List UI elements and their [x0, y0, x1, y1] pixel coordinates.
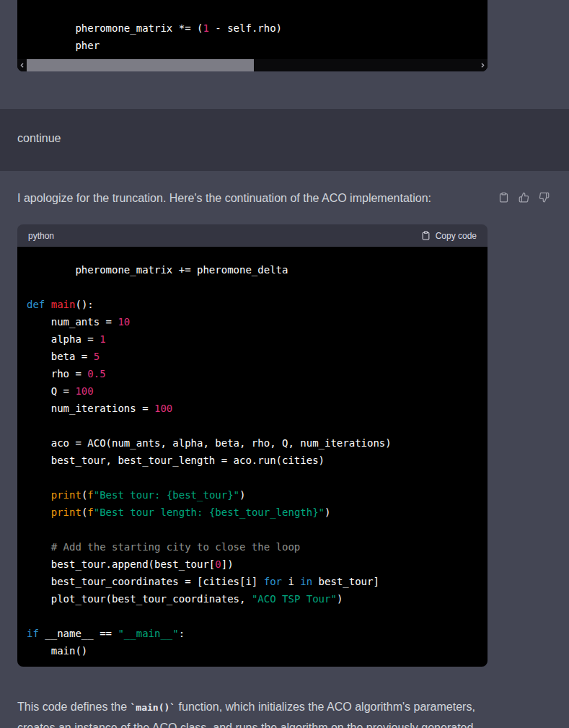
- horizontal-scrollbar[interactable]: [17, 59, 488, 71]
- scroll-left-button[interactable]: [17, 59, 27, 71]
- inline-code: `main()`: [131, 702, 176, 713]
- code-block: python Copy code pheromone_matrix += phe…: [17, 224, 488, 667]
- copy-icon: [498, 192, 509, 203]
- code-content-previous: pheromone_matrix *= (1 - self.rho) pher: [17, 0, 488, 54]
- thumbs-up-icon: [519, 192, 529, 203]
- code-header: python Copy code: [17, 224, 488, 247]
- assistant-intro-text: I apologize for the truncation. Here's t…: [17, 188, 490, 209]
- assistant-message-previous: pheromone_matrix *= (1 - self.rho) pher: [0, 0, 569, 109]
- thumbs-up-button[interactable]: [519, 192, 529, 203]
- user-message-text: continue: [17, 131, 552, 145]
- thumbs-down-icon: [539, 192, 550, 203]
- chevron-right-icon: [480, 62, 486, 69]
- code-content: pheromone_matrix += pheromone_delta def …: [17, 247, 488, 667]
- user-message: continue: [0, 109, 569, 171]
- thumbs-down-button[interactable]: [539, 192, 550, 203]
- code-language-label: python: [28, 231, 54, 241]
- chevron-left-icon: [19, 62, 25, 69]
- scrollbar-track[interactable]: [27, 59, 478, 71]
- copy-message-button[interactable]: [498, 192, 509, 203]
- scroll-right-button[interactable]: [478, 59, 488, 71]
- clipboard-icon: [421, 231, 431, 240]
- outro-paragraph: This code defines the `main()` function,…: [17, 697, 488, 728]
- copy-code-button[interactable]: Copy code: [421, 231, 477, 241]
- copy-code-label: Copy code: [436, 231, 477, 241]
- code-block-previous: pheromone_matrix *= (1 - self.rho) pher: [17, 0, 488, 71]
- assistant-message: I apologize for the truncation. Here's t…: [0, 171, 569, 728]
- scrollbar-thumb[interactable]: [27, 59, 254, 71]
- message-actions: [498, 192, 550, 203]
